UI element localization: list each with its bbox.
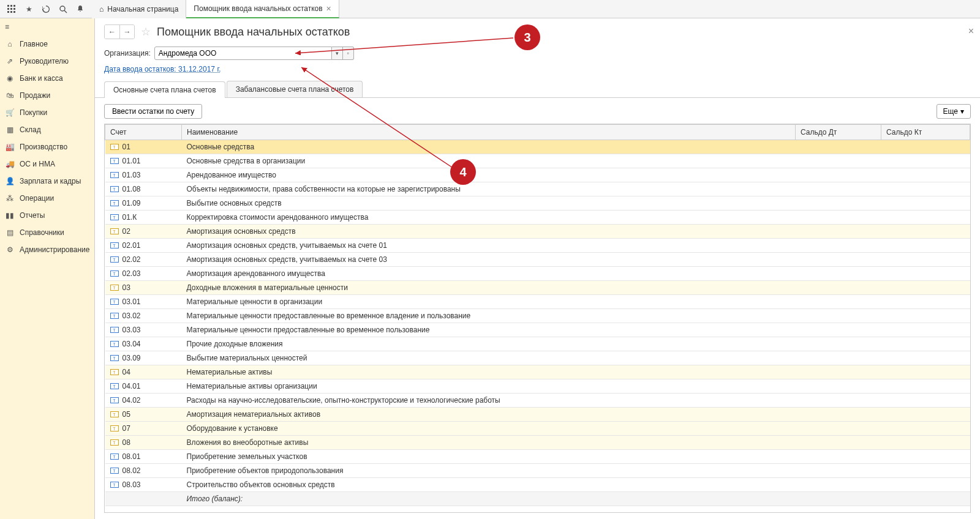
accounts-table-wrap: Счет Наименование Сальдо Дт Сальдо Кт T0…	[104, 124, 971, 513]
favorite-star-icon[interactable]: ☆	[141, 25, 151, 39]
table-row[interactable]: T03.03 Материальные ценности предоставле…	[105, 323, 970, 337]
bell-icon[interactable]	[72, 1, 89, 18]
account-name: Вложения во внеоборотные активы	[182, 436, 796, 450]
account-code: 01	[123, 143, 130, 151]
sidebar-item-4[interactable]: 🛒Покупки	[0, 104, 94, 121]
apps-icon[interactable]	[3, 1, 20, 18]
table-row[interactable]: T01.09 Выбытие основных средств	[105, 196, 970, 211]
date-balances-link[interactable]: Дата ввода остатков: 31.12.2017 г.	[104, 65, 221, 73]
table-row[interactable]: T02.03 Амортизация арендованного имущест…	[105, 267, 970, 281]
tab-offbalance-accounts[interactable]: Забалансовые счета плана счетов	[227, 81, 363, 97]
close-page-icon[interactable]: ×	[968, 26, 974, 37]
th-debit[interactable]: Сальдо Дт	[796, 125, 881, 140]
account-name: Расходы на научно-исследовательские, опы…	[182, 394, 796, 408]
account-icon: T	[110, 454, 119, 460]
table-row[interactable]: T01.08 Объекты недвижимости, права собст…	[105, 182, 970, 196]
account-code: 03.09	[123, 354, 141, 362]
nav-back-button[interactable]: ←	[105, 25, 119, 39]
table-row[interactable]: T01.К Корректировка стоимости арендованн…	[105, 211, 970, 225]
th-name[interactable]: Наименование	[182, 125, 796, 140]
account-name: Доходные вложения в материальные ценност…	[182, 281, 796, 295]
org-open-button[interactable]: ▫	[343, 47, 354, 60]
tab-main-accounts[interactable]: Основные счета плана счетов	[104, 81, 225, 98]
account-credit	[881, 478, 970, 492]
sidebar-item-label: Отчеты	[20, 211, 45, 220]
account-debit	[796, 436, 881, 450]
account-debit	[796, 351, 881, 365]
table-row[interactable]: T03 Доходные вложения в материальные цен…	[105, 281, 970, 295]
table-row[interactable]: T02.02 Амортизация основных средств, учи…	[105, 253, 970, 267]
account-icon: T	[110, 242, 119, 248]
table-row[interactable]: T04 Нематериальные активы	[105, 365, 970, 379]
nav-forward-button[interactable]: →	[119, 25, 134, 39]
account-code: 01.01	[123, 157, 141, 165]
sidebar-item-0[interactable]: ⌂Главное	[0, 35, 94, 53]
account-debit	[796, 323, 881, 337]
account-debit	[796, 225, 881, 239]
tab-close-icon[interactable]: ×	[326, 4, 331, 13]
account-code: 04.01	[123, 382, 141, 390]
account-name: Основные средства в организации	[182, 154, 796, 168]
account-name: Арендованное имущество	[182, 168, 796, 182]
sidebar-item-10[interactable]: ▮▮Отчеты	[0, 207, 94, 224]
sidebar-item-7[interactable]: 🚚ОС и НМА	[0, 155, 94, 173]
tab-home[interactable]: ⌂ Начальная страница	[92, 0, 186, 18]
account-name: Нематериальные активы организации	[182, 379, 796, 394]
account-credit	[881, 154, 970, 168]
account-code: 03	[123, 283, 130, 292]
org-input[interactable]	[154, 47, 332, 60]
tab-assistant-label: Помощник ввода начальных остатков	[194, 4, 322, 13]
top-toolbar: ★ ⌂ Начальная страница Помощник ввода на…	[0, 0, 980, 18]
table-row[interactable]: T04.02 Расходы на научно-исследовательск…	[105, 394, 970, 408]
table-row[interactable]: T03.02 Материальные ценности предоставле…	[105, 309, 970, 323]
table-row[interactable]: T08.01 Приобретение земельных участков	[105, 450, 970, 464]
account-name: Корректировка стоимости арендованного им…	[182, 211, 796, 225]
table-row[interactable]: T01.03 Арендованное имущество	[105, 168, 970, 182]
table-row[interactable]: T02.01 Амортизация основных средств, учи…	[105, 239, 970, 253]
table-row[interactable]: T07 Оборудование к установке	[105, 422, 970, 436]
table-row[interactable]: T02 Амортизация основных средств	[105, 225, 970, 239]
account-icon: T	[110, 144, 119, 150]
tab-assistant[interactable]: Помощник ввода начальных остатков ×	[186, 0, 339, 18]
sidebar-item-9[interactable]: ⁂Операции	[0, 190, 94, 207]
th-credit[interactable]: Сальдо Кт	[881, 125, 970, 140]
sidebar-item-12[interactable]: ⚙Администрирование	[0, 241, 94, 258]
table-row[interactable]: T03.04 Прочие доходные вложения	[105, 337, 970, 351]
th-account[interactable]: Счет	[105, 125, 182, 140]
sidebar-item-1[interactable]: ⇗Руководителю	[0, 53, 94, 70]
table-row[interactable]: T01 Основные средства	[105, 140, 970, 154]
account-debit	[796, 450, 881, 464]
table-row[interactable]: T08 Вложения во внеоборотные активы	[105, 436, 970, 450]
table-row[interactable]: T01.01 Основные средства в организации	[105, 154, 970, 168]
star-icon[interactable]: ★	[20, 1, 37, 18]
sidebar-item-3[interactable]: 🛍Продажи	[0, 87, 94, 104]
table-row[interactable]: T08.03 Строительство объектов основных с…	[105, 478, 970, 492]
sidebar-item-2[interactable]: ◉Банк и касса	[0, 70, 94, 87]
search-icon[interactable]	[55, 1, 72, 18]
account-debit	[796, 267, 881, 281]
table-row[interactable]: T03.09 Выбытие материальных ценностей	[105, 351, 970, 365]
enter-balances-button[interactable]: Ввести остатки по счету	[104, 104, 202, 119]
sidebar-item-5[interactable]: ▦Склад	[0, 121, 94, 138]
table-row[interactable]: T04.01 Нематериальные активы организации	[105, 379, 970, 394]
svg-point-9	[60, 6, 65, 11]
account-name: Амортизация основных средств, учитываемы…	[182, 253, 796, 267]
table-row[interactable]: T03.01 Материальные ценности в организац…	[105, 295, 970, 309]
content-area: × ← → ☆ Помощник ввода начальных остатко…	[95, 18, 980, 519]
more-button[interactable]: Еще ▾	[937, 104, 971, 119]
history-icon[interactable]	[37, 1, 55, 18]
table-row[interactable]: T05 Амортизация нематериальных активов	[105, 408, 970, 422]
sidebar-item-11[interactable]: ▤Справочники	[0, 224, 94, 241]
account-name: Оборудование к установке	[182, 422, 796, 436]
account-credit	[881, 196, 970, 211]
sidebar-item-6[interactable]: 🏭Производство	[0, 138, 94, 155]
bars-icon: ▮▮	[5, 211, 15, 220]
account-debit	[796, 422, 881, 436]
org-dropdown-button[interactable]: ▾	[332, 47, 343, 60]
account-credit	[881, 225, 970, 239]
account-debit	[796, 140, 881, 154]
account-code: 07	[123, 424, 130, 433]
sidebar-toggle-icon[interactable]: ≡	[0, 18, 94, 35]
table-row[interactable]: T08.02 Приобретение объектов природополь…	[105, 464, 970, 478]
sidebar-item-8[interactable]: 👤Зарплата и кадры	[0, 173, 94, 190]
